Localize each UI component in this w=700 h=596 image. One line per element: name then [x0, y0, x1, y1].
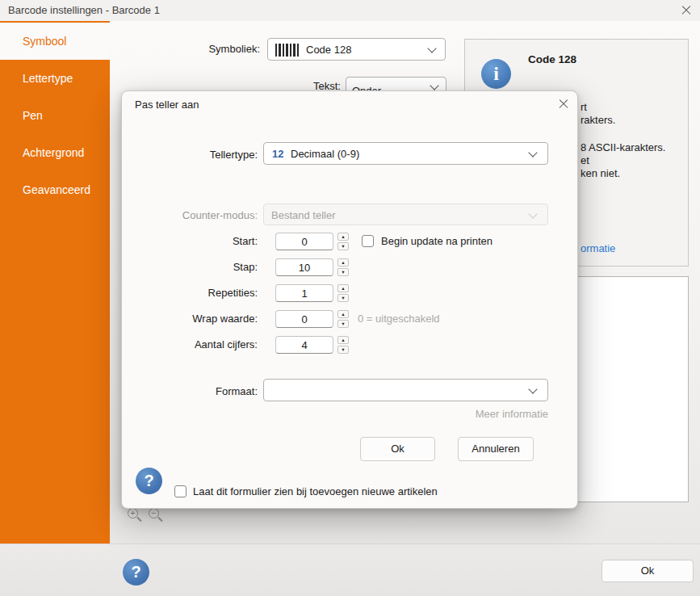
dialog-help-icon[interactable]: ? [136, 468, 162, 494]
start-spin-down[interactable]: ▼ [337, 242, 349, 250]
zoom-out-icon[interactable]: − [149, 508, 159, 518]
counter-modus-value: Bestand teller [271, 208, 336, 220]
sidebar-item-achtergrond[interactable]: Achtergrond [0, 134, 110, 171]
repetities-field [275, 284, 333, 302]
window-titlebar: Barcode instellingen - Barcode 1 [0, 0, 700, 21]
chevron-down-icon [430, 81, 438, 90]
info-text-fragment: rakters. [581, 114, 615, 126]
formaat-label: Formaat: [130, 385, 258, 397]
wrap-spin-down[interactable]: ▼ [337, 320, 349, 328]
repetities-input[interactable] [275, 284, 333, 302]
dialog-close-button[interactable] [555, 96, 572, 112]
main-ok-button[interactable]: Ok [601, 560, 694, 582]
info-text-fragment: ken niet. [581, 167, 620, 179]
sidebar-item-pen[interactable]: Pen [0, 97, 110, 134]
begin-update-label: Begin update na printen [381, 235, 493, 247]
wrap-spin-up[interactable]: ▲ [337, 310, 349, 318]
info-text-fragment: 8 ASCII-karakters. [581, 141, 665, 153]
meer-informatie-link[interactable]: ormatie [581, 242, 615, 254]
tellertype-value-prefix: 12 [272, 148, 283, 160]
close-icon [559, 99, 568, 109]
start-label: Start: [130, 235, 258, 247]
wrap-waarde-field [275, 310, 333, 328]
symboliek-value: Code 128 [306, 44, 351, 56]
chevron-down-icon [528, 384, 537, 393]
begin-update-checkbox[interactable] [362, 235, 374, 247]
tellertype-value: Decimaal (0-9) [291, 148, 359, 160]
tellertype-label: Tellertype: [130, 149, 258, 161]
bottom-bar: ? Ok [0, 544, 700, 596]
aantal-spin-up[interactable]: ▲ [337, 336, 349, 344]
sidebar: Symbool Lettertype Pen Achtergrond Geava… [0, 21, 110, 596]
stap-input[interactable] [275, 258, 333, 276]
dialog-annuleren-button[interactable]: Annuleren [458, 437, 534, 461]
show-form-checkbox-label: Laat dit formulier zien bij toevoegen ni… [193, 485, 438, 497]
start-spin-up[interactable]: ▲ [337, 233, 349, 241]
stap-label: Stap: [130, 261, 258, 273]
close-icon [681, 6, 691, 15]
window-close-button[interactable] [677, 3, 695, 18]
sidebar-item-symbool[interactable]: Symbool [0, 23, 110, 60]
chevron-down-icon [528, 148, 537, 157]
sidebar-item-geavanceerd[interactable]: Geavanceerd [0, 171, 110, 208]
info-text-fragment: et [581, 154, 589, 166]
stap-spin-down[interactable]: ▼ [337, 268, 349, 276]
aantal-cijfers-label: Aantal cijfers: [130, 338, 258, 350]
symboliek-label: Symboliek: [194, 43, 260, 55]
dialog-ok-button[interactable]: Ok [360, 437, 435, 461]
wrap-hint: 0 = uitgeschakeld [358, 313, 440, 325]
zoom-in-icon[interactable]: + [128, 508, 138, 518]
show-form-checkbox[interactable] [174, 485, 187, 497]
counter-modus-combobox: Bestand teller [263, 204, 548, 225]
aantal-spin-down[interactable]: ▼ [337, 346, 349, 354]
barcode-icon [275, 44, 300, 57]
repetities-spin-down[interactable]: ▼ [337, 294, 349, 302]
aantal-cijfers-input[interactable] [275, 336, 333, 354]
help-icon[interactable]: ? [123, 559, 149, 586]
info-icon: i [481, 59, 511, 89]
formaat-meer-informatie[interactable]: Meer informatie [387, 408, 548, 420]
info-panel-title: Code 128 [528, 53, 576, 65]
pas-teller-aan-dialog: Pas teller aan Tellertype: 12 Decimaal (… [121, 90, 578, 509]
barcode-settings-window: Barcode instellingen - Barcode 1 Symbool… [0, 0, 700, 596]
repetities-label: Repetities: [130, 287, 258, 299]
dialog-title: Pas teller aan [135, 99, 199, 111]
symboliek-combobox[interactable]: Code 128 [267, 38, 446, 61]
chevron-down-icon [528, 209, 537, 218]
info-text-fragment: rt [581, 101, 587, 113]
formaat-combobox[interactable] [263, 379, 548, 401]
stap-field [275, 258, 333, 276]
wrap-waarde-input[interactable] [275, 310, 333, 328]
stap-spin-up[interactable]: ▲ [337, 258, 349, 267]
wrap-waarde-label: Wrap waarde: [130, 313, 258, 325]
window-title: Barcode instellingen - Barcode 1 [8, 4, 160, 16]
barcode-preview-box [566, 276, 689, 502]
start-field [275, 233, 333, 250]
aantal-cijfers-field [275, 336, 333, 354]
start-input[interactable] [275, 233, 333, 250]
chevron-down-icon [427, 44, 436, 52]
sidebar-item-lettertype[interactable]: Lettertype [0, 60, 110, 97]
counter-modus-label: Counter-modus: [130, 209, 258, 221]
repetities-spin-up[interactable]: ▲ [337, 284, 349, 292]
tellertype-combobox[interactable]: 12 Decimaal (0-9) [263, 142, 548, 165]
